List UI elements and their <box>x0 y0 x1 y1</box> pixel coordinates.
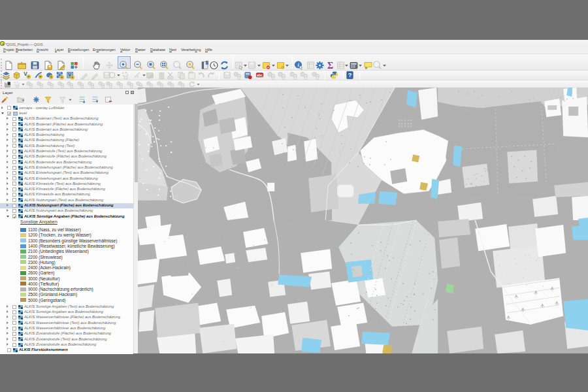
svg-text:Σ: Σ <box>327 61 333 71</box>
svg-text:x: x <box>137 74 139 78</box>
svg-text:?: ? <box>348 72 352 78</box>
svg-text:abc: abc <box>257 73 263 77</box>
